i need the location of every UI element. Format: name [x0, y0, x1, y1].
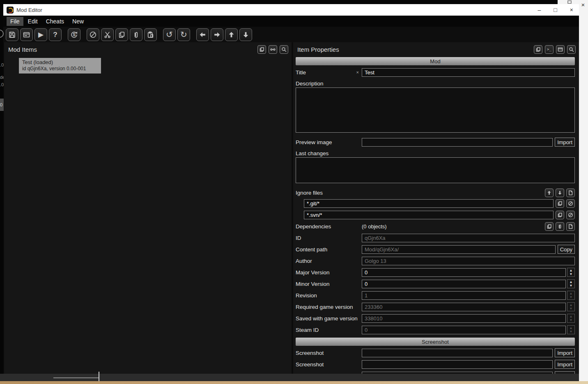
minor-version-input[interactable]: [362, 280, 566, 288]
content-path-copy-button[interactable]: Copy: [558, 245, 575, 254]
author-input[interactable]: [362, 257, 575, 265]
item-properties-title: Item Properties: [297, 46, 339, 53]
required-game-version-stepper: ▲ ▼: [567, 302, 575, 311]
major-version-input[interactable]: [362, 268, 566, 277]
edge-text-fragment: 0: [0, 99, 4, 111]
paste-button[interactable]: [144, 28, 157, 41]
copy-button[interactable]: [115, 28, 128, 41]
mod-list-item[interactable]: Test (loaded) id qGjn6Xa, version 0.00-0…: [19, 58, 101, 74]
ignore-entry-row: [296, 210, 575, 219]
redo-button[interactable]: ↻: [177, 28, 190, 41]
console-button[interactable]: >_: [545, 45, 554, 54]
duplicate-view-button[interactable]: [534, 45, 542, 54]
dependencies-copy-button[interactable]: [545, 222, 554, 231]
stepper-down-icon[interactable]: ▼: [570, 284, 573, 287]
last-changes-textarea[interactable]: [296, 157, 575, 183]
minimize-button[interactable]: –: [538, 7, 541, 13]
maximize-button[interactable]: □: [554, 7, 557, 13]
ignore-files-label: Ignore files: [296, 190, 362, 196]
ignore-entry-input[interactable]: [304, 211, 554, 219]
description-textarea[interactable]: [296, 87, 575, 133]
title-input[interactable]: [362, 68, 575, 77]
save-button[interactable]: [6, 28, 18, 41]
stepper-up-icon[interactable]: ▲: [570, 280, 573, 284]
move-up-button[interactable]: [225, 28, 238, 41]
ignore-entry-input[interactable]: [304, 199, 554, 208]
required-game-version-input[interactable]: [362, 303, 566, 311]
screenshot-input[interactable]: [362, 360, 553, 369]
ignore-move-up-button[interactable]: [545, 189, 554, 197]
ignore-entry-copy-button[interactable]: [556, 199, 564, 208]
connect-button[interactable]: [269, 45, 277, 54]
pack-button[interactable]: [20, 28, 33, 41]
author-row: Author: [296, 256, 575, 265]
attach-button[interactable]: [130, 28, 142, 41]
dependencies-add-button[interactable]: [566, 222, 575, 231]
move-down-button[interactable]: [239, 28, 252, 41]
dependencies-row: Dependencies (0 objects): [296, 222, 575, 231]
dependencies-attach-button[interactable]: [556, 222, 564, 231]
ignore-entry-remove-button[interactable]: [566, 211, 575, 219]
block-button[interactable]: [87, 28, 99, 41]
background-maximize-icon[interactable]: [567, 0, 572, 4]
window-controls: – □ ×: [538, 7, 573, 13]
minor-version-stepper[interactable]: ▲ ▼: [567, 279, 575, 288]
ignore-entry-copy-button[interactable]: [556, 211, 564, 219]
clear-title-icon[interactable]: ×: [356, 70, 359, 75]
ignore-entry-controls: [556, 211, 575, 219]
menu-cheats[interactable]: Cheats: [42, 17, 68, 26]
item-properties-form: Mod Title × Description: [293, 56, 579, 374]
duplicate-view-button[interactable]: [257, 45, 266, 54]
stepper-down-icon: ▼: [570, 307, 573, 310]
search-button[interactable]: [567, 45, 576, 54]
play-icon: ▶: [38, 31, 44, 38]
preview-image-import-button[interactable]: Import: [555, 138, 575, 147]
major-version-stepper[interactable]: ▲ ▼: [567, 268, 575, 277]
saved-with-game-version-label: Saved with game version: [296, 315, 362, 322]
toolbar-group-file: ▶ ?: [6, 28, 63, 41]
content-path-input[interactable]: [362, 245, 556, 254]
menu-file[interactable]: File: [7, 17, 23, 26]
screenshot-import-button[interactable]: Import: [555, 360, 575, 369]
screenshot-import-button[interactable]: Import: [555, 348, 575, 357]
help-button[interactable]: ?: [49, 28, 62, 41]
description-label-row: Description: [296, 79, 575, 87]
stepper-up-icon[interactable]: ▲: [570, 269, 573, 272]
undo-button[interactable]: ↺: [163, 28, 176, 41]
screenshot-import-button[interactable]: Import: [555, 371, 575, 374]
cut-button[interactable]: [101, 28, 114, 41]
screenshot-input[interactable]: [362, 372, 553, 374]
arrow-right-icon: [213, 31, 221, 39]
required-game-version-row: Required game version ▲ ▼: [296, 302, 575, 311]
close-button[interactable]: ×: [570, 7, 573, 13]
ignore-entry-remove-button[interactable]: [566, 199, 575, 208]
screenshot-input[interactable]: [362, 349, 553, 357]
ignore-move-down-button[interactable]: [556, 189, 564, 197]
menu-new[interactable]: New: [69, 17, 87, 26]
steam-id-stepper: ▲ ▼: [567, 325, 575, 334]
block-icon: [89, 31, 97, 39]
window-title: Mod Editor: [16, 7, 42, 13]
search-icon: [281, 47, 287, 52]
revision-input[interactable]: [362, 291, 566, 300]
section-header-mod[interactable]: Mod: [296, 57, 575, 65]
section-header-screenshot[interactable]: Screenshot: [296, 338, 575, 346]
steam-id-input[interactable]: [362, 326, 566, 334]
bottom-divider-fragment: [99, 372, 99, 381]
background-close-icon[interactable]: ×: [579, 2, 587, 8]
preview-image-input[interactable]: [362, 138, 553, 147]
id-input[interactable]: [362, 234, 575, 242]
stepper-down-icon[interactable]: ▼: [570, 272, 573, 276]
back-button[interactable]: [196, 28, 209, 41]
search-button[interactable]: [280, 45, 288, 54]
ignore-add-button[interactable]: [566, 189, 575, 197]
card-view-button[interactable]: [556, 45, 565, 54]
toolbar-group-edit: [87, 28, 158, 41]
menu-edit[interactable]: Edit: [24, 17, 41, 26]
run-button[interactable]: ▶: [34, 28, 47, 41]
forward-button[interactable]: [211, 28, 223, 41]
ignore-files-row: Ignore files: [296, 188, 575, 197]
saved-with-game-version-input[interactable]: [362, 314, 566, 323]
menu-bar: File Edit Cheats New: [3, 16, 579, 27]
reload-scripts-button[interactable]: S: [68, 28, 80, 41]
